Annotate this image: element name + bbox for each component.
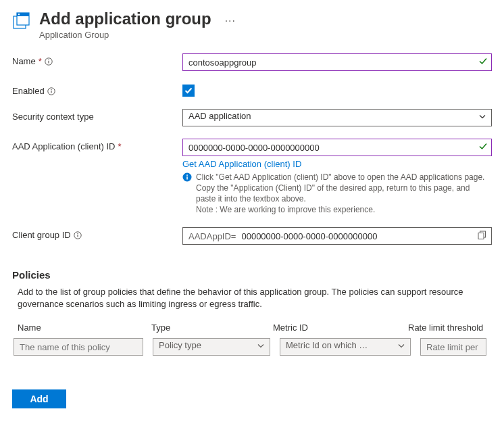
svg-rect-13 bbox=[77, 235, 78, 237]
policy-row: Policy type Metric Id on which … bbox=[12, 338, 492, 356]
client-group-id-prefix: AADAppID= bbox=[188, 231, 236, 241]
policy-col-name-header: Name bbox=[18, 323, 151, 333]
svg-rect-11 bbox=[186, 174, 188, 176]
policy-name-input[interactable] bbox=[14, 338, 143, 356]
aad-app-id-label: AAD Application (client) ID bbox=[12, 141, 115, 151]
name-input[interactable] bbox=[182, 53, 492, 71]
policy-col-rate-header: Rate limit threshold bbox=[408, 323, 486, 333]
app-group-icon bbox=[12, 12, 31, 31]
security-context-label: Security context type bbox=[12, 112, 94, 122]
policy-col-type-header: Type bbox=[151, 323, 273, 333]
info-filled-icon bbox=[182, 172, 192, 215]
page-subtitle: Application Group bbox=[39, 30, 211, 40]
aad-app-id-input[interactable] bbox=[182, 139, 492, 156]
svg-rect-7 bbox=[51, 91, 51, 93]
info-icon[interactable] bbox=[47, 87, 55, 95]
info-icon[interactable] bbox=[45, 57, 53, 66]
policy-type-select[interactable]: Policy type bbox=[153, 338, 270, 356]
svg-rect-14 bbox=[77, 233, 78, 234]
policies-description: Add to the list of group policies that d… bbox=[12, 286, 492, 310]
policy-rate-input[interactable] bbox=[420, 338, 486, 356]
client-group-id-value: 00000000-0000-0000-0000000000 bbox=[241, 231, 377, 241]
enabled-checkbox[interactable] bbox=[182, 85, 195, 97]
aad-help-text: Click "Get AAD Application (client) ID" … bbox=[196, 172, 492, 215]
client-group-id-field: AADAppID= 00000000-0000-0000-0000000000 bbox=[182, 227, 492, 245]
enabled-label: Enabled bbox=[12, 86, 45, 96]
check-icon bbox=[478, 57, 488, 68]
svg-rect-2 bbox=[18, 14, 20, 15]
add-button[interactable]: Add bbox=[12, 389, 66, 408]
check-icon bbox=[478, 142, 488, 153]
page-title: Add application group bbox=[39, 9, 211, 28]
svg-rect-10 bbox=[186, 176, 188, 180]
name-label: Name bbox=[12, 56, 36, 66]
policies-table: Name Type Metric ID Rate limit threshold… bbox=[12, 323, 492, 356]
svg-rect-5 bbox=[48, 60, 49, 60]
required-indicator: * bbox=[118, 141, 121, 151]
svg-rect-8 bbox=[51, 89, 51, 90]
svg-rect-16 bbox=[478, 233, 484, 239]
get-aad-app-id-link[interactable]: Get AAD Application (client) ID bbox=[182, 159, 492, 169]
policy-col-metric-header: Metric ID bbox=[273, 323, 408, 333]
copy-icon[interactable] bbox=[478, 231, 486, 241]
policies-title: Policies bbox=[12, 269, 492, 281]
security-context-select[interactable]: AAD application bbox=[182, 109, 492, 126]
required-indicator: * bbox=[39, 56, 42, 66]
info-icon[interactable] bbox=[74, 231, 82, 239]
svg-rect-4 bbox=[48, 61, 49, 64]
client-group-id-label: Client group ID bbox=[12, 230, 71, 240]
policy-metric-select[interactable]: Metric Id on which … bbox=[280, 338, 411, 356]
more-actions-button[interactable]: ··· bbox=[225, 15, 236, 27]
